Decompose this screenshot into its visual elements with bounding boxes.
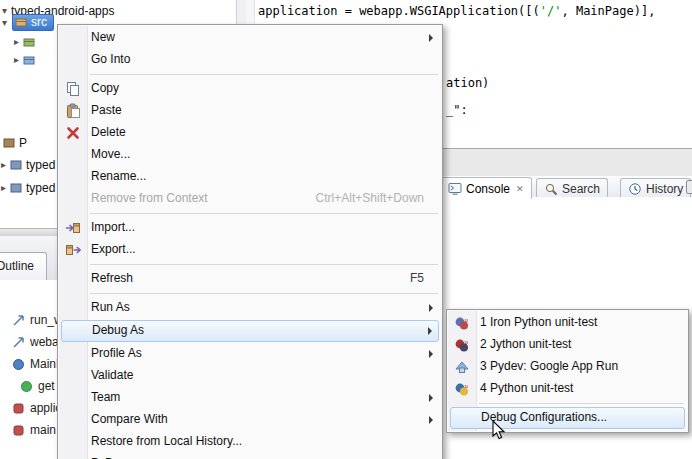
tree-item-partial[interactable]: ▸: [14, 33, 39, 50]
menu-separator: [90, 264, 438, 265]
menu-item-label: New: [91, 30, 115, 44]
tree-item-project[interactable]: ▸ typed: [1, 156, 55, 173]
code-text: application = webapp.WSGIApplication([(: [258, 4, 540, 18]
tree-item-label: typed: [26, 158, 55, 172]
menu-item-ironpython-unittest[interactable]: u 1 Iron Python unit-test: [448, 312, 687, 334]
import-box-icon: [65, 220, 81, 236]
project-icon: [10, 182, 22, 194]
outline-item[interactable]: get: [20, 377, 55, 395]
code-text: , MainPage)],: [561, 4, 655, 18]
menu-item-import[interactable]: Import...: [59, 217, 441, 239]
tree-item-project[interactable]: P: [3, 134, 27, 151]
menu-item-label: Validate: [91, 368, 133, 382]
tree-item-label: src: [31, 15, 47, 29]
expander-icon[interactable]: ▸: [1, 156, 10, 173]
menu-item-python-unittest[interactable]: u 4 Python unit-test: [448, 378, 687, 400]
menu-item-rename[interactable]: Rename...: [59, 166, 441, 188]
python-unittest-icon: u: [454, 381, 470, 397]
tree-item-project[interactable]: ▸ typed: [1, 179, 55, 196]
menu-item-debug-configurations[interactable]: Debug Configurations...: [450, 407, 685, 429]
expander-icon[interactable]: ▸: [14, 51, 23, 68]
menu-item-label: Remove from Context: [91, 191, 208, 205]
menu-item-refresh[interactable]: Refresh F5: [59, 268, 441, 290]
debug-as-submenu: u 1 Iron Python unit-test u 2 Jython uni…: [446, 309, 689, 433]
menu-item-run-as[interactable]: Run As: [59, 297, 441, 319]
menu-item-label: Paste: [91, 103, 122, 117]
menu-item-label: Compare With: [91, 412, 168, 426]
menu-item-validate[interactable]: Validate: [59, 365, 441, 387]
menu-item-copy[interactable]: Copy: [59, 78, 441, 100]
menu-item-move[interactable]: Move...: [59, 144, 441, 166]
method-icon: [20, 380, 33, 393]
tree-item-label: P: [19, 136, 27, 150]
menu-item-label: Move...: [91, 147, 130, 161]
menu-item-delete[interactable]: Delete: [59, 122, 441, 144]
submenu-arrow-icon: [429, 394, 433, 402]
tree-item-src[interactable]: ▾ src: [2, 14, 54, 31]
delete-icon: [65, 125, 81, 141]
outline-item[interactable]: main: [12, 421, 56, 439]
menu-item-pydev-google-app-run[interactable]: 3 Pydev: Google App Run: [448, 356, 687, 378]
tab-outline[interactable]: Outline: [0, 252, 47, 280]
menu-item-remove-from-context[interactable]: Remove from Context Ctrl+Alt+Shift+Down: [59, 188, 441, 210]
menu-item-label: 1 Iron Python unit-test: [480, 315, 597, 329]
menu-item-label: Team: [91, 390, 120, 404]
tab-search[interactable]: Search: [536, 178, 608, 198]
expander-icon[interactable]: ▸: [1, 179, 10, 196]
svg-text:u: u: [465, 338, 469, 346]
menu-item-paste[interactable]: Paste: [59, 100, 441, 122]
minimize-view-icon[interactable]: [686, 180, 692, 194]
close-icon[interactable]: ✕: [516, 184, 524, 194]
expander-icon[interactable]: ▾: [2, 14, 11, 31]
menu-item-new[interactable]: New: [59, 27, 441, 49]
attribute-icon: [12, 424, 25, 437]
menu-item-team[interactable]: Team: [59, 387, 441, 409]
menu-item-restore-from-local-history[interactable]: Restore from Local History...: [59, 431, 441, 453]
menu-item-pydev[interactable]: PyDev: [59, 453, 441, 459]
code-fragment: _":: [446, 103, 468, 117]
menu-separator: [90, 293, 438, 294]
menu-item-label: Debug As: [92, 323, 144, 337]
tab-console[interactable]: Console ✕: [440, 177, 532, 199]
menu-separator: [90, 74, 438, 75]
expander-icon[interactable]: ▸: [14, 33, 23, 50]
tab-label: Outline: [0, 259, 34, 273]
menu-item-label: Profile As: [91, 346, 142, 360]
import-icon: [12, 314, 25, 327]
menu-item-jython-unittest[interactable]: u 2 Jython unit-test: [448, 334, 687, 356]
context-menu: New Go Into Copy Paste Delete Move...: [57, 24, 443, 459]
tree-item-label: typed: [26, 181, 55, 195]
project-icon: [10, 159, 22, 171]
outline-item-label: main: [30, 423, 56, 437]
submenu-arrow-icon: [429, 416, 433, 424]
menu-item-label: Run As: [91, 300, 130, 314]
submenu-arrow-icon: [429, 304, 433, 312]
menu-item-profile-as[interactable]: Profile As: [59, 343, 441, 365]
menu-item-export[interactable]: Export...: [59, 239, 441, 261]
jython-unittest-icon: u: [454, 337, 470, 353]
mouse-cursor: [492, 420, 506, 445]
package-icon: [15, 16, 27, 28]
svg-text:u: u: [465, 382, 469, 390]
menu-separator: [90, 213, 438, 214]
menu-separator: [479, 403, 684, 404]
menu-item-debug-as[interactable]: Debug As: [61, 320, 439, 342]
console-icon: [448, 182, 462, 196]
menu-item-label: 3 Pydev: Google App Run: [480, 359, 618, 373]
appengine-run-icon: [454, 359, 470, 375]
menu-item-shortcut: Ctrl+Alt+Shift+Down: [316, 188, 424, 209]
submenu-arrow-icon: [429, 350, 433, 358]
tree-item-partial[interactable]: ▸: [14, 51, 39, 68]
ironpython-unittest-icon: u: [454, 315, 470, 331]
history-icon: [628, 182, 642, 196]
menu-item-label: Go Into: [91, 52, 130, 66]
menu-item-compare-with[interactable]: Compare With: [59, 409, 441, 431]
menu-item-go-into[interactable]: Go Into: [59, 49, 441, 71]
menu-item-label: Delete: [91, 125, 126, 139]
menu-item-label: Restore from Local History...: [91, 434, 242, 448]
code-line: application = webapp.WSGIApplication([('…: [258, 4, 655, 18]
tab-history[interactable]: History: [620, 178, 691, 198]
attribute-icon: [12, 402, 25, 415]
code-string: '/': [540, 4, 562, 18]
selected-row-highlight: src: [12, 14, 54, 31]
